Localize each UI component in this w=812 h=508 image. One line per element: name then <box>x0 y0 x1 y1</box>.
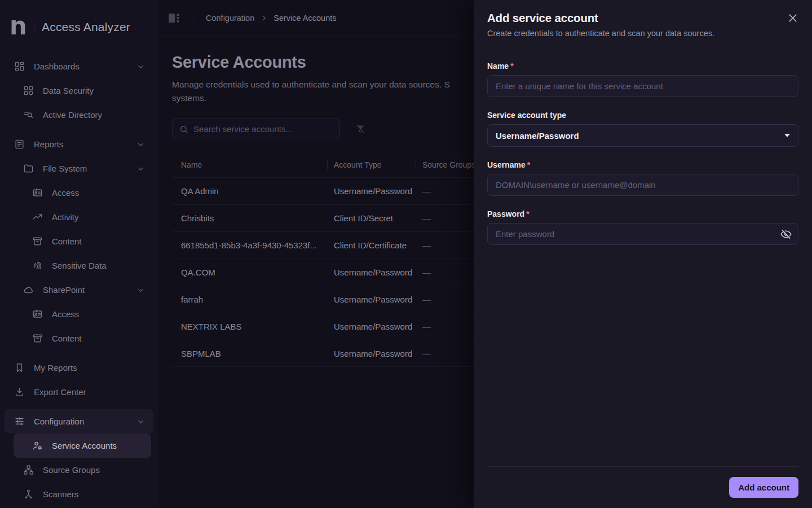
cell-name: farrah <box>172 295 327 304</box>
cell-account-type: Username/Password <box>327 349 416 358</box>
chevron-down-icon <box>137 165 144 172</box>
sidebar-item-label: Activity <box>52 212 79 222</box>
sidebar-item-data-security[interactable]: Data Security <box>5 78 153 103</box>
sidebar-item-file-system[interactable]: File System <box>5 156 153 181</box>
active-directory-icon <box>23 110 34 121</box>
search-input[interactable] <box>193 124 333 134</box>
dashboard-icon <box>14 61 25 72</box>
type-field-group: Service account type Username/Password <box>487 111 798 147</box>
drawer-subtitle: Create credentials to authenticate and s… <box>487 29 798 38</box>
required-asterisk: * <box>510 62 513 71</box>
cell-name: 661855d1-85b3-4a3f-9430-45323f... <box>172 240 327 250</box>
reports-icon <box>14 139 25 150</box>
cell-name: QA.COM <box>172 268 327 277</box>
sidebar-item-label: Access <box>52 188 79 198</box>
password-label: Password* <box>487 209 798 218</box>
required-asterisk: * <box>527 160 530 169</box>
user-gear-icon <box>32 440 43 452</box>
brand-logo-icon <box>8 17 28 37</box>
sidebar-item-configuration[interactable]: Configuration <box>5 409 153 433</box>
data-security-icon <box>23 85 34 97</box>
clear-filter-icon[interactable] <box>354 123 366 135</box>
brand-divider <box>34 20 34 34</box>
cell-account-type: Username/Password <box>327 322 416 331</box>
sidebar-item-service-accounts[interactable]: Service Accounts <box>14 433 151 458</box>
sidebar-item-label: Content <box>52 237 82 246</box>
sidebar-item-scanners[interactable]: Scanners <box>5 482 153 506</box>
cell-name: SBPMLAB <box>172 349 327 358</box>
cell-account-type: Client ID/Certificate <box>327 240 416 250</box>
sidebar-item-source-groups[interactable]: Source Groups <box>5 458 153 482</box>
brand-name: Access Analyzer <box>42 20 130 34</box>
download-icon <box>14 387 25 398</box>
type-label: Service account type <box>487 111 798 120</box>
sidebar-item-content[interactable]: Content <box>5 326 153 351</box>
cell-account-type: Client ID/Secret <box>327 213 416 223</box>
name-field-group: Name* <box>487 62 798 97</box>
cell-name: QA Admin <box>172 186 327 196</box>
sidebar-item-content[interactable]: Content <box>5 229 153 253</box>
sidebar-item-sharepoint[interactable]: SharePoint <box>5 278 153 302</box>
column-header-account-type: Account Type <box>327 152 416 177</box>
fingerprint-icon <box>32 260 43 271</box>
breadcrumb-configuration[interactable]: Configuration <box>206 14 254 23</box>
sidebar-item-label: Service Accounts <box>52 441 117 450</box>
sliders-icon <box>14 416 25 427</box>
username-field-group: Username* <box>487 160 798 196</box>
chevron-down-icon <box>137 286 144 294</box>
chevron-right-icon <box>260 14 268 22</box>
sidebar-toggle-icon[interactable] <box>167 11 182 25</box>
sidebar-item-label: Data Security <box>43 86 94 95</box>
cell-account-type: Username/Password <box>327 295 416 304</box>
required-asterisk: * <box>526 209 529 218</box>
sidebar-item-access[interactable]: Access <box>5 181 153 205</box>
add-account-button[interactable]: Add account <box>729 477 798 498</box>
sidebar-item-label: Sensitive Data <box>52 261 107 270</box>
sidebar-item-label: File System <box>43 164 87 173</box>
activity-icon <box>32 212 43 223</box>
sidebar-item-active-directory[interactable]: Active Directory <box>5 103 153 127</box>
username-label: Username* <box>487 160 798 169</box>
sidebar-item-label: Reports <box>34 139 64 149</box>
sidebar-item-access[interactable]: Access <box>5 302 153 326</box>
brand: Access Analyzer <box>0 0 158 38</box>
topbar-divider <box>193 11 193 25</box>
password-field[interactable] <box>487 223 798 245</box>
cloud-icon <box>23 284 34 296</box>
name-field[interactable] <box>487 75 798 97</box>
sidebar-item-activity[interactable]: Activity <box>5 205 153 229</box>
account-type-select[interactable]: Username/Password <box>487 124 798 147</box>
cell-account-type: Username/Password <box>327 186 416 196</box>
sidebar-item-label: Active Directory <box>43 110 102 120</box>
sidebar-item-label: SharePoint <box>43 285 85 295</box>
sidebar-item-my-reports[interactable]: My Reports <box>5 356 153 380</box>
add-service-account-drawer: Add service account Create credentials t… <box>474 0 812 508</box>
drawer-header: Add service account <box>487 11 798 25</box>
chevron-down-icon <box>137 63 144 70</box>
eye-off-icon[interactable] <box>780 229 792 240</box>
cell-name: NEXTRIX LABS <box>172 322 327 331</box>
drawer-title: Add service account <box>487 11 598 25</box>
sidebar-item-label: Scanners <box>43 489 78 499</box>
sidebar-item-label: My Reports <box>34 363 77 373</box>
scanner-icon <box>23 489 34 500</box>
sidebar: Access Analyzer DashboardsData SecurityA… <box>0 0 158 508</box>
sidebar-item-label: Content <box>52 334 82 343</box>
breadcrumb: Configuration Service Accounts <box>206 14 336 23</box>
close-icon[interactable] <box>787 12 798 24</box>
sidebar-item-label: Dashboards <box>34 62 80 71</box>
cell-account-type: Username/Password <box>327 268 416 277</box>
breadcrumb-service-accounts: Service Accounts <box>273 14 336 23</box>
sidebar-item-export-center[interactable]: Export Center <box>5 380 153 404</box>
bookmark-icon <box>14 362 25 374</box>
sidebar-item-dashboards[interactable]: Dashboards <box>5 54 153 78</box>
sidebar-nav: DashboardsData SecurityActive DirectoryR… <box>0 54 158 506</box>
sidebar-item-label: Configuration <box>34 417 84 426</box>
search-box <box>172 119 340 139</box>
network-icon <box>23 465 34 476</box>
sidebar-item-reports[interactable]: Reports <box>5 132 153 156</box>
username-field[interactable] <box>487 174 798 196</box>
sidebar-item-sensitive-data[interactable]: Sensitive Data <box>5 253 153 278</box>
archive-icon <box>32 236 43 247</box>
account-type-value: Username/Password <box>496 131 579 141</box>
